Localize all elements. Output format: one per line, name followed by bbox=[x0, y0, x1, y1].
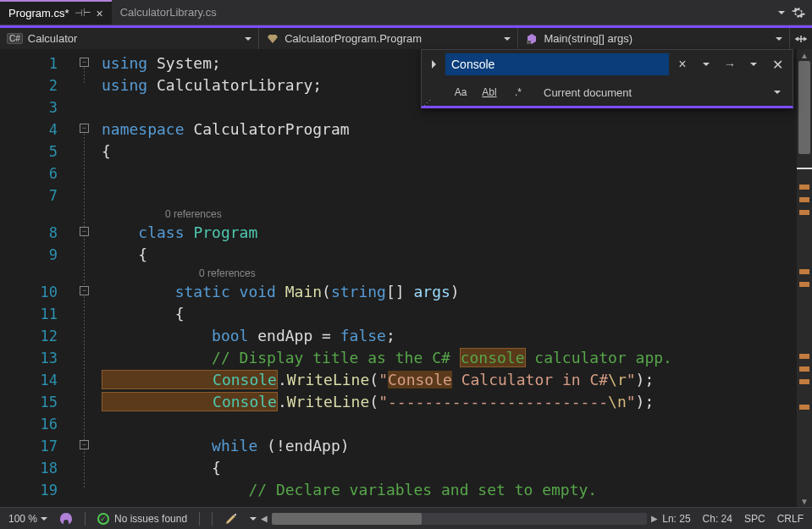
line-number: 6 bbox=[0, 163, 76, 185]
window-dropdown-icon[interactable] bbox=[778, 11, 785, 14]
find-next-button[interactable]: → bbox=[720, 54, 740, 74]
line-number: 14 bbox=[0, 369, 76, 391]
line-ending-mode[interactable]: CRLF bbox=[777, 513, 804, 525]
zoom-level[interactable]: 100 % bbox=[8, 513, 47, 525]
line-number: 4 bbox=[0, 118, 76, 141]
scroll-left-arrow[interactable]: ◀ bbox=[258, 513, 270, 525]
scroll-right-arrow[interactable]: ▶ bbox=[649, 513, 660, 525]
svg-point-1 bbox=[235, 514, 236, 515]
regex-toggle[interactable]: .* bbox=[508, 83, 528, 102]
line-number: 13 bbox=[0, 347, 76, 369]
nav-class-label: CalculatorProgram.Program bbox=[284, 32, 422, 45]
scope-label: Current document bbox=[544, 86, 632, 99]
code-editor[interactable]: 1 2 3 4 5 6 7 8 9 10 11 12 13 14 15 16 1… bbox=[0, 49, 812, 507]
split-editor-button[interactable] bbox=[790, 28, 812, 49]
find-dropdown-button[interactable] bbox=[696, 54, 716, 74]
class-icon bbox=[266, 32, 279, 46]
match-case-toggle[interactable]: Aa bbox=[450, 83, 471, 102]
chevron-down-icon bbox=[776, 37, 782, 41]
gear-icon[interactable] bbox=[792, 6, 805, 19]
codelens-references[interactable]: 0 references bbox=[76, 207, 812, 222]
line-number: 5 bbox=[0, 141, 76, 163]
close-panel-button[interactable]: ✕ bbox=[767, 54, 787, 74]
line-number: 7 bbox=[0, 185, 76, 207]
line-number: 17 bbox=[0, 435, 76, 457]
line-number: 12 bbox=[0, 325, 76, 347]
csharp-icon: C# bbox=[7, 33, 23, 44]
brush-icon[interactable] bbox=[224, 512, 238, 526]
line-number: 3 bbox=[0, 96, 76, 118]
line-indicator[interactable]: Ln: 25 bbox=[662, 513, 690, 525]
chevron-down-icon bbox=[504, 37, 511, 41]
line-number: 10 bbox=[0, 281, 76, 303]
nav-project-label: Calculator bbox=[28, 32, 78, 45]
match-word-toggle[interactable]: Abl bbox=[479, 83, 500, 102]
nav-method-label: Main(string[] args) bbox=[544, 32, 632, 45]
scroll-thumb[interactable] bbox=[798, 61, 810, 154]
codelens-references[interactable]: 0 references bbox=[76, 266, 812, 281]
line-number: 9 bbox=[0, 244, 76, 266]
scope-dropdown[interactable]: Current document bbox=[544, 86, 787, 99]
svg-rect-0 bbox=[527, 41, 531, 44]
nav-project-dropdown[interactable]: C# Calculator bbox=[0, 28, 259, 49]
nav-method-dropdown[interactable]: Main(string[] args) bbox=[518, 28, 790, 49]
line-number: 15 bbox=[0, 391, 76, 413]
close-icon[interactable]: × bbox=[97, 7, 103, 20]
chevron-down-icon bbox=[41, 517, 47, 521]
resize-grip-icon[interactable]: ⋰ bbox=[423, 99, 431, 107]
tab-label: Program.cs* bbox=[8, 7, 69, 19]
scroll-down-arrow[interactable]: ▼ bbox=[800, 497, 809, 505]
status-bar: 100 % ✓ No issues found ◀ ▶ Ln: 25 Ch: 2… bbox=[0, 507, 812, 529]
check-icon: ✓ bbox=[97, 513, 109, 525]
line-number-gutter: 1 2 3 4 5 6 7 8 9 10 11 12 13 14 15 16 1… bbox=[0, 49, 76, 507]
chevron-down-icon bbox=[245, 37, 251, 41]
scroll-up-arrow[interactable]: ▲ bbox=[800, 51, 809, 59]
intellicode-icon[interactable] bbox=[59, 512, 73, 526]
line-number: 18 bbox=[0, 457, 76, 479]
nav-class-dropdown[interactable]: CalculatorProgram.Program bbox=[259, 28, 518, 49]
find-prev-dropdown[interactable] bbox=[743, 54, 764, 74]
tab-label: CalculatorLibrary.cs bbox=[120, 6, 217, 19]
pin-icon[interactable]: ⊣⊢ bbox=[75, 8, 91, 19]
line-number: 1 bbox=[0, 52, 76, 74]
line-number: 11 bbox=[0, 303, 76, 325]
line-number: 8 bbox=[0, 222, 76, 244]
tab-bar: Program.cs* ⊣⊢ × CalculatorLibrary.cs bbox=[0, 0, 812, 25]
find-input[interactable] bbox=[445, 53, 669, 75]
line-number: 16 bbox=[0, 413, 76, 435]
close-find-button[interactable]: × bbox=[672, 54, 693, 74]
indent-mode[interactable]: SPC bbox=[744, 513, 765, 525]
expand-replace-toggle[interactable] bbox=[427, 52, 442, 76]
horizontal-scrollbar[interactable]: ◀ ▶ bbox=[272, 513, 647, 525]
line-number: 2 bbox=[0, 74, 76, 96]
line-number: 19 bbox=[0, 479, 76, 501]
code-content[interactable]: using System; using CalculatorLibrary; n… bbox=[76, 49, 812, 507]
vertical-scrollbar[interactable]: ▲ ▼ bbox=[797, 49, 812, 507]
tab-calculatorlibrary[interactable]: CalculatorLibrary.cs bbox=[112, 0, 225, 25]
scroll-thumb[interactable] bbox=[272, 513, 422, 525]
chevron-down-icon bbox=[774, 91, 781, 94]
chevron-down-icon[interactable] bbox=[250, 517, 257, 521]
method-icon bbox=[525, 32, 539, 46]
column-indicator[interactable]: Ch: 24 bbox=[703, 513, 732, 525]
navigation-bar: C# Calculator CalculatorProgram.Program … bbox=[0, 25, 812, 49]
tab-program-cs[interactable]: Program.cs* ⊣⊢ × bbox=[0, 0, 112, 25]
find-replace-panel: × → ✕ Aa Abl .* Current document ⋰ bbox=[421, 49, 793, 108]
error-status[interactable]: ✓ No issues found bbox=[97, 513, 187, 525]
